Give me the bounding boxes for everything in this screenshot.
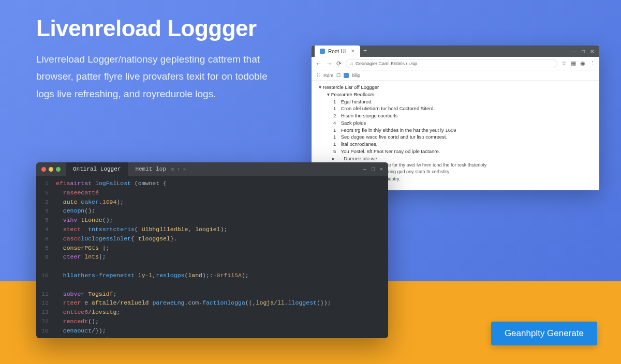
star-icon[interactable]: ☆ <box>561 60 567 67</box>
editor-tab-label: Ontiral Logger <box>73 166 121 172</box>
line-number <box>36 280 49 290</box>
tree-root[interactable]: Restercle Lisr off Loggger <box>319 84 592 91</box>
tree-branch[interactable]: Feorornte Reolloors <box>319 91 592 98</box>
tree-item[interactable]: 4 Sazk ploids <box>319 119 592 127</box>
line-number: 16 <box>36 326 49 336</box>
address-text: Geonagier Caml Entinls / Lsip <box>356 61 417 66</box>
line-number: 8 <box>36 234 49 244</box>
editor-tabbar: Ontiral Logger Hemit lop ◫ ▾ ✕ — □ ✕ <box>36 162 388 176</box>
code-line: cenaouct/}); <box>56 326 388 336</box>
code-line: cenopn(); <box>56 206 388 216</box>
line-number <box>36 262 49 271</box>
code-line: efisairtat logFalLost (omwnet { <box>56 179 388 188</box>
editor-tab-active[interactable]: Ontiral Logger <box>66 162 128 176</box>
bookmark-favicon-icon <box>344 73 349 78</box>
chevron-down-icon[interactable]: ▾ <box>177 166 180 172</box>
bookmark-item[interactable]: ☐ <box>336 73 341 78</box>
tree-item[interactable]: 1 lital ocnroclanes. <box>319 141 592 148</box>
code-line: hllathers-frepenetst ly-l,reslogps(land)… <box>56 271 388 280</box>
maximize-icon[interactable]: □ <box>372 166 375 172</box>
browser-tab-active[interactable]: Ront-Ul ✕ <box>315 46 360 57</box>
back-icon[interactable]: ← <box>316 60 322 67</box>
maximize-icon[interactable]: □ <box>582 49 585 54</box>
line-number: 2 <box>36 198 49 207</box>
editor-body: 1523548591011121372161814 efisairtat log… <box>36 176 388 338</box>
bookmark-item[interactable]: bllip <box>352 73 360 78</box>
code-line: raseecatté <box>56 188 388 198</box>
close-icon[interactable]: ✕ <box>183 166 186 172</box>
close-icon[interactable]: ✕ <box>351 49 355 54</box>
line-number: 13 <box>36 308 49 317</box>
close-window-icon[interactable]: ✕ <box>380 166 383 172</box>
profile-icon[interactable]: ◉ <box>580 60 585 67</box>
browser-titlebar: Ront-Ul ✕ + — □ ✕ <box>312 46 599 57</box>
hero: Livenreload Loggger Liverreload Logger/n… <box>36 16 285 102</box>
code-line: conserPGts |; <box>56 244 388 253</box>
line-number: 4 <box>36 225 49 234</box>
editor-window: Ontiral Logger Hemit lop ◫ ▾ ✕ — □ ✕ 152… <box>36 162 388 338</box>
close-window-icon[interactable]: ✕ <box>590 49 594 54</box>
line-number: 18 <box>36 336 49 338</box>
code-line: cteer lnts|; <box>56 252 388 262</box>
tree-item[interactable]: ▸ Dormee ato we <box>319 155 592 162</box>
code-line: aute caker.1094); <box>56 198 388 207</box>
minimize-icon[interactable]: — <box>363 166 366 172</box>
tree-item[interactable]: 2 Hisen the sturge cocrtierls <box>319 112 592 119</box>
address-bar[interactable]: Geonagier Caml Entinls / Lsip <box>346 59 557 68</box>
code-line: cnttee6/lovsitg; <box>56 308 388 317</box>
browser-toolbar: ← → ⟳ Geonagier Caml Entinls / Lsip ☆ ▦ … <box>312 57 599 70</box>
line-number: 11 <box>36 290 49 299</box>
tree-item[interactable]: 1 Egal hesfored. <box>319 98 592 105</box>
new-tab-button[interactable]: + <box>360 46 370 57</box>
reload-icon[interactable]: ⟳ <box>336 60 342 67</box>
line-number: 12 <box>36 298 49 308</box>
generate-button[interactable]: Geanhplty Generate <box>491 322 597 345</box>
line-gutter: 1523548591011121372161814 <box>36 176 52 338</box>
bookmark-item[interactable]: Rdm <box>323 73 333 78</box>
line-number: 5 <box>36 216 49 225</box>
grid-icon[interactable]: ⠿ <box>317 73 320 78</box>
code-area[interactable]: efisairtat logFalLost (omwnet { raseecat… <box>52 176 388 338</box>
forward-icon[interactable]: → <box>326 60 332 67</box>
close-dot-icon[interactable] <box>41 167 46 172</box>
page-title: Livenreload Loggger <box>36 16 285 41</box>
line-number: 1 <box>36 179 49 188</box>
tree-item[interactable]: 5 You Postel. 6ft Faot Ner roay od iple … <box>319 148 592 155</box>
extension-icon[interactable]: ▦ <box>571 60 576 67</box>
minimize-icon[interactable]: — <box>571 49 576 54</box>
code-line: vihv tLonde(); <box>56 216 388 225</box>
line-number: 10 <box>36 271 49 280</box>
bookmark-bar: ⠿ Rdm ☐ bllip <box>312 70 599 81</box>
code-line: ctwa ectiool; <box>56 336 388 338</box>
tree-item[interactable]: 1 Cron ofel utietiarn tur hord Coctored … <box>319 105 592 112</box>
line-number: 5 <box>36 244 49 253</box>
code-line: sobver Togsidf; <box>56 290 388 299</box>
line-number: 72 <box>36 317 49 326</box>
line-number: 9 <box>36 252 49 262</box>
line-number: 3 <box>36 206 49 216</box>
traffic-lights <box>36 162 66 176</box>
code-line: rencedt(); <box>56 317 388 326</box>
code-line: rteer e aftalle/realueld pareweLng.com-f… <box>56 298 388 308</box>
code-line <box>56 280 388 290</box>
tree-item[interactable]: 1 Seo dogee waco five cortd and tur liso… <box>319 133 592 141</box>
editor-tab[interactable]: Hemit lop ◫ ▾ ✕ <box>128 162 193 176</box>
browser-tab-label: Ront-Ul <box>328 49 346 54</box>
code-line <box>56 262 388 271</box>
zoom-dot-icon[interactable] <box>56 167 61 172</box>
editor-tab-label: Hemit lop <box>135 166 166 172</box>
tree-item[interactable]: 1 Feors trg fle ln thiy elthdes in the h… <box>319 127 592 134</box>
code-line: stect tntssrtcteris( Ulbhgllledble, loog… <box>56 225 388 234</box>
split-icon[interactable]: ◫ <box>171 166 174 172</box>
menu-icon[interactable]: ⋮ <box>589 60 595 67</box>
line-number: 5 <box>36 188 49 198</box>
minimize-dot-icon[interactable] <box>49 167 53 172</box>
page-subtitle: Liverreload Logger/nationsy geplesting c… <box>36 51 285 102</box>
code-line: cascclOclogesslolet{ tlooggsel}. <box>56 234 388 244</box>
